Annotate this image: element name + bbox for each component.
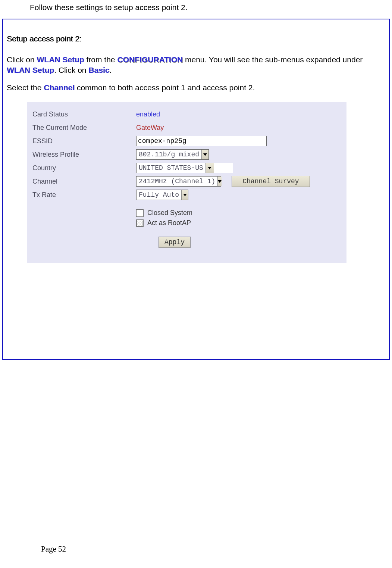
label-closed-system: Closed System: [147, 209, 192, 217]
paragraph-2: Select the Channel common to both access…: [7, 82, 385, 93]
label-root-ap: Act as RootAP: [147, 219, 191, 227]
keyword-channel: Channel: [44, 83, 75, 92]
paragraph-1: Click on WLAN Setup from the CONFIGURATI…: [7, 54, 385, 76]
country-value: UNITED STATES-US: [137, 164, 206, 172]
wireless-profile-value: 802.11b/g mixed: [137, 151, 201, 158]
label-channel: Channel: [32, 178, 136, 185]
p1-mid2: menu. You will see the sub-menus expande…: [183, 55, 363, 64]
page-number: Page 52: [41, 544, 66, 554]
closed-system-checkbox[interactable]: [136, 209, 144, 217]
row-channel: Channel 2412MHz (Channel 1) Channel Surv…: [32, 175, 341, 188]
row-root-ap: Act as RootAP: [136, 219, 341, 227]
chevron-down-icon: [181, 190, 188, 200]
p2-prefix: Select the: [7, 83, 44, 92]
p2-suffix: common to both access point 1 and access…: [75, 83, 255, 92]
label-current-mode: The Current Mode: [32, 124, 136, 132]
channel-value: 2412MHz (Channel 1): [137, 178, 217, 185]
p1-mid3: . Click on: [54, 66, 88, 74]
p1-mid1: from the: [84, 55, 117, 64]
chevron-down-icon: [201, 150, 208, 159]
value-current-mode: GateWay: [136, 124, 164, 132]
p1-prefix: Click on: [7, 55, 37, 64]
value-card-status: enabled: [136, 110, 160, 118]
root-ap-checkbox[interactable]: [136, 219, 144, 227]
row-wireless-profile: Wireless Profile 802.11b/g mixed: [32, 148, 341, 161]
instruction-box: Setup access point 2: Click on WLAN Setu…: [2, 19, 390, 360]
channel-select[interactable]: 2412MHz (Channel 1): [136, 176, 221, 187]
label-essid: ESSID: [32, 137, 136, 145]
row-txrate: Tx Rate Fully Auto: [32, 188, 341, 202]
label-txrate: Tx Rate: [32, 191, 136, 199]
essid-input[interactable]: [136, 136, 267, 146]
keyword-wlan-setup: WLAN Setup: [37, 55, 84, 64]
box-heading: Setup access point 2:: [7, 34, 385, 43]
txrate-select[interactable]: Fully Auto: [136, 190, 188, 200]
keyword-basic: Basic: [88, 66, 109, 74]
label-country: Country: [32, 164, 136, 172]
row-current-mode: The Current Mode GateWay: [32, 121, 341, 134]
chevron-down-icon: [206, 163, 214, 173]
row-apply: Apply: [159, 237, 341, 248]
row-closed-system: Closed System: [136, 209, 341, 217]
label-card-status: Card Status: [32, 110, 136, 118]
keyword-wlan-setup-2: WLAN Setup: [7, 66, 54, 74]
channel-survey-button[interactable]: Channel Survey: [232, 176, 310, 187]
row-essid: ESSID: [32, 134, 341, 148]
row-card-status: Card Status enabled: [32, 107, 341, 121]
settings-panel: Card Status enabled The Current Mode Gat…: [27, 102, 346, 263]
chevron-down-icon: [217, 177, 222, 186]
wireless-profile-select[interactable]: 802.11b/g mixed: [136, 149, 209, 160]
row-country: Country UNITED STATES-US: [32, 161, 341, 175]
txrate-value: Fully Auto: [137, 191, 181, 199]
country-select[interactable]: UNITED STATES-US: [136, 163, 233, 173]
keyword-configuration: CONFIGURATION: [117, 55, 183, 64]
apply-button[interactable]: Apply: [159, 237, 191, 248]
intro-text: Follow these settings to setup access po…: [30, 3, 188, 12]
label-wireless-profile: Wireless Profile: [32, 151, 136, 159]
p1-suffix: .: [109, 66, 112, 74]
